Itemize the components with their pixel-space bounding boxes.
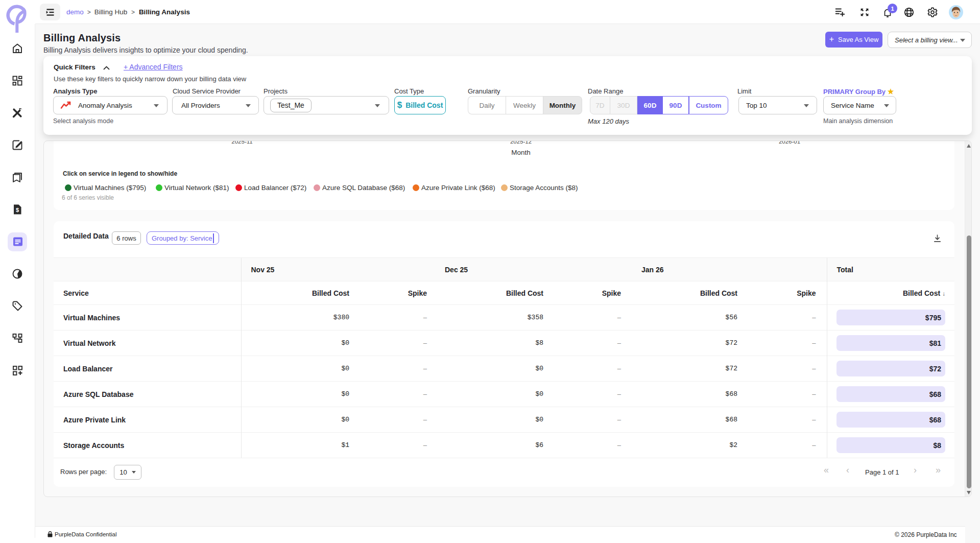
svg-text:$: $	[16, 207, 19, 213]
